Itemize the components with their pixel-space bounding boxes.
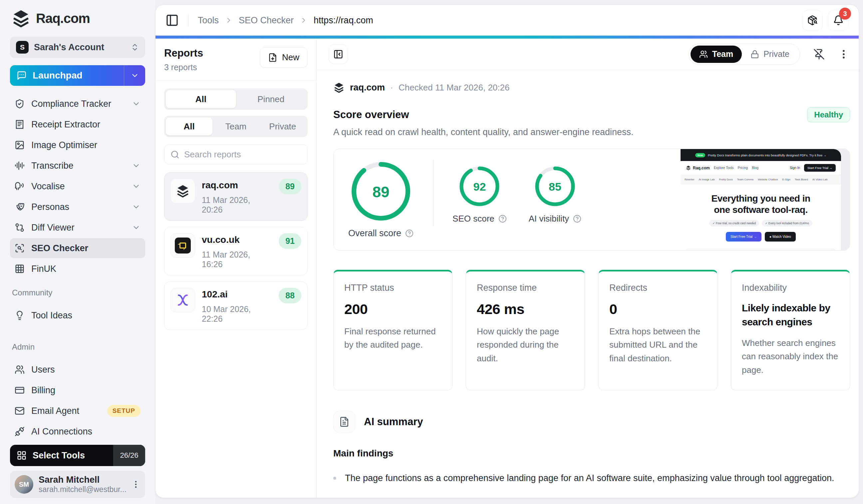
102ai-logo-icon: [175, 293, 190, 307]
rings-divider: [434, 160, 434, 226]
thumb-signin: Sign In: [790, 166, 800, 170]
score-rings: 89 Overall score: [334, 160, 581, 240]
ai-visibility-ring: 85 AI visibility: [529, 166, 581, 224]
image-icon: [15, 140, 25, 150]
sidebar-item-vocalise[interactable]: Vocalise: [10, 176, 145, 196]
sidebar-item-finuk[interactable]: FinUK: [10, 259, 145, 279]
main-findings-heading: Main findings: [333, 448, 850, 459]
sidebar-item-tool-ideas[interactable]: Tool Ideas: [10, 306, 145, 325]
site-name: raq.com: [350, 82, 385, 93]
sidebar-item-diff-viewer[interactable]: Diff Viewer: [10, 218, 145, 237]
report-item-vu[interactable]: vu.co.uk 11 Mar 2026, 16:26 91: [164, 227, 308, 275]
tab-scope-all[interactable]: All: [166, 117, 212, 135]
tab-all[interactable]: All: [166, 90, 236, 108]
tab-scope-private[interactable]: Private: [259, 117, 306, 135]
file-plus-icon: [268, 53, 277, 62]
credit-card-icon: [15, 385, 25, 395]
sidebar-item-image-optimiser[interactable]: Image Optimiser: [10, 135, 145, 155]
layers-icon: [176, 184, 190, 198]
sidebar-item-billing[interactable]: Billing: [10, 380, 145, 400]
reports-header: Reports 3 reports New: [164, 47, 308, 72]
user-card[interactable]: SM Sarah Mitchell sarah.mitchell@westbur…: [10, 471, 145, 498]
tabs-all-pinned: All Pinned: [164, 89, 308, 110]
seo-score-value: 92: [459, 166, 500, 208]
select-tools-main[interactable]: Select Tools: [10, 450, 113, 461]
thumbnail-nav: Raq.com Explore Tools Pricing Blog Sign …: [680, 161, 841, 175]
chevrons-up-down-icon: [130, 43, 139, 52]
thumb-nav-link: Blog: [752, 166, 759, 170]
breadcrumb-tools[interactable]: Tools: [198, 15, 219, 26]
sidebar-item-ai-connections[interactable]: AI Connections: [10, 422, 145, 441]
breadcrumb-current-url: https://raq.com: [314, 15, 373, 26]
report-meta: vu.co.uk 11 Mar 2026, 16:26: [202, 233, 272, 269]
ai-visibility-label: AI visibility: [529, 214, 581, 224]
sidebar-item-seo-checker[interactable]: SEO Checker: [10, 238, 145, 258]
new-report-button[interactable]: New: [260, 47, 308, 67]
sidebar-toggle-icon[interactable]: [165, 14, 179, 27]
sidebar-item-transcribe[interactable]: Transcribe: [10, 156, 145, 176]
seo-score-label: SEO score: [452, 214, 507, 224]
search-reports-input[interactable]: [184, 150, 301, 160]
chevron-down-icon: [130, 71, 139, 80]
tool-search-button[interactable]: [802, 10, 823, 30]
visibility-private-button[interactable]: Private: [742, 46, 798, 63]
reports-title: Reports: [164, 47, 203, 59]
tab-pinned[interactable]: Pinned: [236, 90, 306, 108]
thumbnail-brand: Raq.com: [686, 165, 710, 170]
help-circle-icon[interactable]: [498, 215, 507, 223]
report-list: raq.com 11 Mar 2026, 20:26 89 vu.co.uk 1…: [164, 172, 308, 330]
launchpad-button[interactable]: Launchpad: [10, 65, 145, 86]
git-compare-icon: [15, 222, 25, 233]
notifications-button[interactable]: 3: [828, 10, 849, 30]
reports-title-group: Reports 3 reports: [164, 47, 203, 72]
launchpad-label: Launchpad: [33, 70, 82, 81]
launchpad-main[interactable]: Launchpad: [10, 70, 124, 81]
launchpad-caret-button[interactable]: [124, 65, 145, 86]
report-favicon-tile: [171, 288, 195, 312]
user-name: Sarah Mitchell: [39, 475, 126, 485]
thumb-nav-link: Explore Tools: [714, 166, 734, 170]
thumbnail-banner: New Pretty Docs transforms plain documen…: [680, 149, 841, 161]
help-circle-icon[interactable]: [573, 215, 581, 223]
reports-divider: [155, 80, 316, 80]
panel-left-close-icon: [333, 49, 343, 59]
score-overview-subtitle: A quick read on crawl health, content qu…: [333, 127, 850, 138]
stat-card-redirects: Redirects 0 Extra hops between the submi…: [598, 270, 717, 390]
chevron-down-icon: [132, 161, 140, 170]
report-scroll-area[interactable]: raq.com · Checked 11 Mar 2026, 20:26 Sco…: [317, 70, 859, 498]
account-switcher[interactable]: S Sarah's Account: [10, 37, 145, 58]
stat-card-indexability: Indexability Likely indexable by search …: [731, 270, 850, 390]
more-vertical-icon[interactable]: [838, 49, 849, 60]
user-meta: Sarah Mitchell sarah.mitchell@westbur...: [39, 475, 126, 494]
sidebar-item-email-agent[interactable]: Email Agent SETUP: [10, 401, 145, 421]
report-item-102ai[interactable]: 102.ai 10 Mar 2026, 22:26 88: [164, 282, 308, 330]
package-search-icon: [807, 15, 818, 26]
ai-summary-icon-tile: [333, 411, 355, 433]
select-tools-button[interactable]: Select Tools 26/26: [10, 445, 145, 466]
sidebar-item-receipt-extractor[interactable]: Receipt Extractor: [10, 114, 145, 134]
sidebar-item-compliance-tracker[interactable]: Compliance Tracker: [10, 94, 145, 114]
account-avatar: S: [16, 41, 29, 54]
breadcrumb-seo-checker[interactable]: SEO Checker: [239, 15, 294, 26]
pin-off-icon[interactable]: [813, 49, 825, 60]
bullet-dot: [333, 477, 336, 480]
user-email: sarah.mitchell@westbur...: [39, 485, 126, 494]
help-circle-icon[interactable]: [405, 229, 414, 237]
select-tools-count: 26/26: [113, 445, 145, 466]
visibility-team-button[interactable]: Team: [690, 46, 742, 63]
reports-panel: Reports 3 reports New All Pinned All Tea…: [155, 39, 317, 498]
chevron-right-icon: [225, 16, 233, 24]
more-vertical-icon[interactable]: [131, 480, 140, 489]
lock-icon: [750, 50, 759, 59]
report-score-badge: 89: [279, 179, 301, 194]
sidebar: Raq.com S Sarah's Account Launchpad Comp…: [0, 0, 155, 504]
mail-icon: [15, 406, 25, 416]
collapse-panel-button[interactable]: [329, 44, 348, 64]
sidebar-item-personas[interactable]: Personas: [10, 197, 145, 217]
tab-scope-team[interactable]: Team: [212, 117, 259, 135]
community-heading: Community: [10, 288, 145, 297]
app-root: Raq.com S Sarah's Account Launchpad Comp…: [0, 0, 863, 504]
sidebar-item-users[interactable]: Users: [10, 360, 145, 379]
sidebar-spacer: [10, 325, 145, 342]
report-item-raq[interactable]: raq.com 11 Mar 2026, 20:26 89: [164, 172, 308, 221]
